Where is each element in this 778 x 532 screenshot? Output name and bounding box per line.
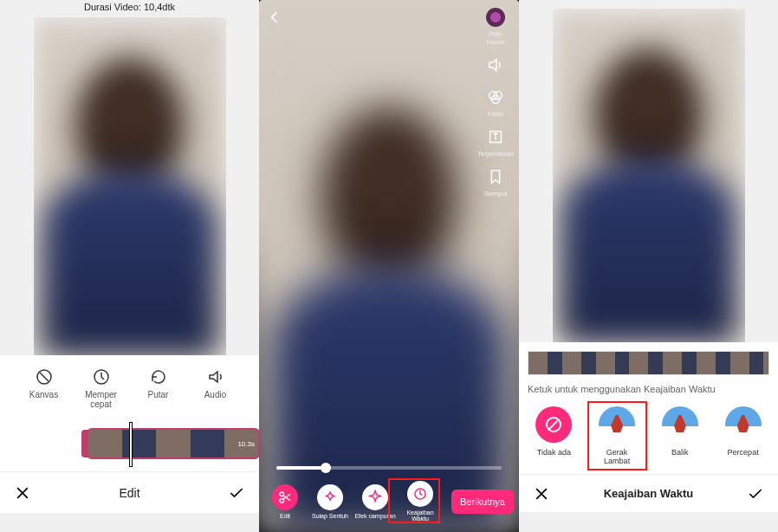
speed-icon [92,367,111,386]
tidak-ada-thumb [535,406,572,443]
option-tidak-ada[interactable]: Tidak ada [529,406,579,465]
sidebar-filter[interactable]: Filter [477,87,514,118]
chevron-left-icon [266,9,283,26]
none-icon [543,414,564,435]
sidebar-terjemahan[interactable]: Terjemahan [477,127,514,158]
video-preview[interactable] [553,9,745,342]
sidebar-musik[interactable]: Pilih Musik [477,7,514,46]
tool-mempercepat[interactable]: Memper cepat [81,367,122,409]
volume-icon [486,55,505,75]
effect-label: Efek campuran [354,513,395,519]
scissors-icon [277,490,293,505]
effect-sulap-sentuh[interactable]: Sulap Sentuh [309,484,351,519]
next-label: Berikutnya [460,496,505,507]
bottom-bar: Keajaiban Waktu [519,474,778,512]
rotate-icon [149,367,168,386]
panel-preview-fullscreen: Pilih Musik Filter Terjemahan Sampul Edi… [259,0,519,532]
tool-kanvas[interactable]: Kanvas [23,367,65,409]
bookmark-icon [486,167,505,186]
tool-label: Audio [204,390,227,399]
sidebar-label: Pilih Musik [487,30,505,46]
confirm-button[interactable] [228,484,245,502]
check-icon [228,484,245,502]
sparkle-icon [367,490,383,505]
tool-label: Putar [148,390,169,399]
bottom-bar-title: Edit [119,486,139,500]
tool-label: Kanvas [29,390,58,399]
tool-label: Memper cepat [85,390,117,409]
svg-line-11 [548,419,559,430]
option-label: Percepat [728,448,759,457]
effect-keajaiban-waktu[interactable]: Keajaiban Waktu [399,481,441,522]
keajaiban-waktu-panel: Ketuk untuk menggunakan Keajaiban Waktu … [519,342,778,474]
option-label: Gerak Lambat [593,448,642,465]
bottom-bar: Edit [0,471,259,513]
timeline-playhead[interactable] [130,423,132,466]
close-icon [533,485,550,503]
video-scrubber[interactable] [276,466,502,470]
cancel-button[interactable] [533,485,550,503]
sidebar-volume[interactable] [477,55,514,78]
option-balik[interactable]: Balik [656,406,705,465]
effect-label: Keajaiban Waktu [399,509,441,522]
tool-putar[interactable]: Putar [138,367,179,409]
filmstrip[interactable] [528,351,769,375]
edit-tools-row: Kanvas Memper cepat Putar Audio [0,355,259,418]
sidebar-label: Terjemahan [477,150,514,158]
back-button[interactable] [266,9,283,28]
effects-toolbar: Edit Sulap Sentuh Efek campuran Keajaiba… [259,481,519,522]
gerak-lambat-thumb [599,406,635,443]
text-icon [486,127,505,146]
check-icon [747,485,764,503]
music-disc-icon [486,8,505,27]
hint-text: Ketuk untuk menggunakan Keajaiban Waktu [528,384,769,394]
right-sidebar: Pilih Musik Filter Terjemahan Sampul [477,7,514,198]
tool-audio[interactable]: Audio [195,367,237,409]
effect-label: Edit [280,513,290,519]
option-label: Balik [671,448,689,457]
timeline-clip[interactable]: 10.3s [87,428,259,459]
balik-thumb [662,406,698,443]
sidebar-label: Filter [488,110,503,118]
effect-label: Sulap Sentuh [312,513,348,519]
svg-line-1 [40,373,49,381]
magic-touch-icon [322,490,338,505]
audio-icon [206,367,225,386]
cancel-button[interactable] [14,484,31,502]
option-percepat[interactable]: Percepat [718,406,768,465]
panel-keajaiban-waktu: Ketuk untuk menggunakan Keajaiban Waktu … [519,0,778,532]
close-icon [14,484,31,502]
video-preview[interactable] [34,17,226,355]
sidebar-sampul[interactable]: Sampul [477,166,514,198]
percepat-thumb [725,406,762,443]
crop-icon [35,367,54,386]
option-label: Tidak ada [537,448,571,457]
effect-edit[interactable]: Edit [264,484,306,519]
sidebar-label: Sampul [483,190,507,198]
next-button[interactable]: Berikutnya [451,490,514,514]
option-gerak-lambat[interactable]: Gerak Lambat [593,406,642,465]
panel-edit: Durasi Video: 10,4dtk Kanvas Memper cepa… [0,0,259,532]
effect-efek-campuran[interactable]: Efek campuran [354,484,396,519]
time-options-row: Tidak adaGerak LambatBalikPercepat [528,403,769,474]
confirm-button[interactable] [747,485,764,503]
clip-duration-badge: 10.3s [237,440,255,448]
video-duration-label: Durasi Video: 10,4dtk [0,0,259,17]
filter-icon [486,88,505,107]
bottom-bar-title: Keajaiban Waktu [604,487,694,500]
time-magic-icon [412,486,428,502]
timeline[interactable]: 10.3s [0,418,259,471]
